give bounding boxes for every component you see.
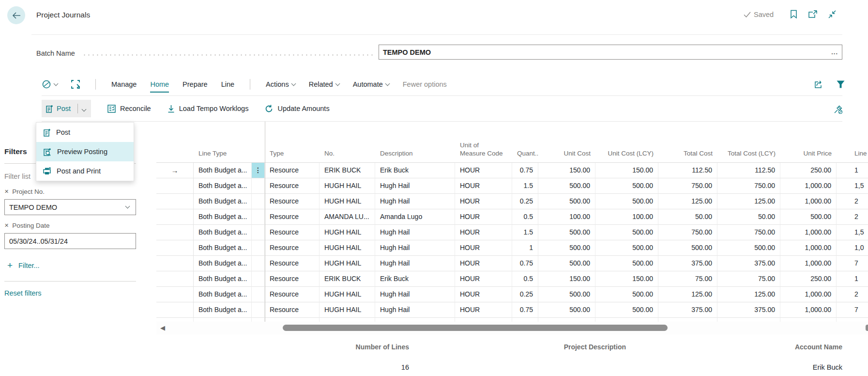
cell-unit_cost[interactable]: 500.00 (538, 256, 595, 271)
cell-uom[interactable]: HOUR (455, 302, 512, 318)
cell-line_type[interactable]: Both Budget a... (194, 240, 252, 256)
cell-type[interactable]: Resource (265, 225, 320, 240)
cell-description[interactable]: Hugh Hail (375, 240, 455, 256)
cell-type[interactable]: Resource (265, 240, 320, 256)
cell-line_amount[interactable]: 1 (837, 163, 868, 178)
filter-icon[interactable] (837, 80, 845, 88)
cell-unit_cost_lcy[interactable]: 500.00 (595, 256, 658, 271)
cell-uom[interactable]: HOUR (455, 163, 512, 178)
cell-qty[interactable]: 0.75 (512, 302, 538, 318)
menu-item-post-and-print[interactable]: Post and Print (36, 161, 134, 181)
cell-uom[interactable]: HOUR (455, 256, 512, 271)
cell-uom[interactable]: HOUR (455, 209, 512, 225)
row-menu-icon[interactable] (252, 225, 265, 240)
row-menu-icon[interactable] (252, 287, 265, 302)
cell-line_amount[interactable]: 2 (837, 194, 868, 209)
cell-total_cost[interactable]: 500.00 (658, 240, 717, 256)
column-header-unit_cost[interactable]: Unit Cost (538, 122, 595, 162)
cell-unit_cost_lcy[interactable]: 150.00 (595, 271, 658, 287)
row-menu-icon[interactable] (252, 209, 265, 225)
cell-unit_cost[interactable]: 500.00 (538, 240, 595, 256)
row-select-cell[interactable] (156, 240, 194, 256)
column-header-qty[interactable]: Quant... (512, 122, 538, 162)
cell-line_type[interactable]: Both Budget a... (194, 225, 252, 240)
cell-qty[interactable]: 0.5 (512, 209, 538, 225)
cell-total_cost[interactable]: 375.00 (658, 256, 717, 271)
cell-total_cost_lcy[interactable]: 50.00 (717, 209, 780, 225)
cell-total_cost_lcy[interactable]: 112.50 (717, 163, 780, 178)
cell-description[interactable]: Hugh Hail (375, 287, 455, 302)
cell-no[interactable]: HUGH HAIL (320, 194, 375, 209)
cell-unit_cost_lcy[interactable]: 150.00 (595, 163, 658, 178)
post-button[interactable]: Post (42, 100, 91, 117)
cell-uom[interactable]: HOUR (455, 178, 512, 194)
cell-uom[interactable]: HOUR (455, 287, 512, 302)
menu-related[interactable]: Related (309, 80, 339, 88)
cell-total_cost[interactable]: 112.50 (658, 163, 717, 178)
cell-total_cost[interactable]: 50.00 (658, 209, 717, 225)
cell-line_amount[interactable]: 2 (837, 287, 868, 302)
menu-line[interactable]: Line (221, 80, 234, 88)
cell-unit_price[interactable]: 250.00 (780, 271, 837, 287)
design-mode-button[interactable] (71, 80, 80, 89)
cell-type[interactable]: Resource (265, 194, 320, 209)
menu-automate[interactable]: Automate (353, 80, 389, 88)
cell-line_type[interactable]: Both Budget a... (194, 178, 252, 194)
back-button[interactable] (7, 6, 25, 24)
menu-actions[interactable]: Actions (266, 80, 295, 88)
share-icon[interactable] (814, 80, 824, 89)
cell-no[interactable]: AMANDA LU... (320, 209, 375, 225)
batch-name-input[interactable]: TEMPO DEMO ... (379, 45, 842, 60)
cell-line_amount[interactable]: 1,5 (837, 225, 868, 240)
cell-line_amount[interactable]: 7 (837, 256, 868, 271)
row-select-cell[interactable] (156, 209, 194, 225)
cell-line_amount[interactable]: 1,5 (837, 178, 868, 194)
cell-total_cost[interactable]: 125.00 (658, 287, 717, 302)
cell-description[interactable]: Erik Buck (375, 163, 455, 178)
row-select-cell[interactable] (156, 256, 194, 271)
column-header-uom[interactable]: Unit of Measure Code (455, 122, 512, 162)
reset-filters-link[interactable]: Reset filters (4, 289, 42, 297)
cell-type[interactable]: Resource (265, 271, 320, 287)
cell-type[interactable]: Resource (265, 287, 320, 302)
cell-total_cost_lcy[interactable]: 500.00 (717, 240, 780, 256)
cell-no[interactable]: ERIK BUCK (320, 163, 375, 178)
posting-date-filter-input[interactable]: 05/30/24..05/31/24 (4, 233, 136, 249)
cell-description[interactable]: Hugh Hail (375, 256, 455, 271)
cell-line_amount[interactable]: 7 (837, 302, 868, 318)
switch-view-button[interactable] (42, 79, 58, 89)
menu-manage[interactable]: Manage (111, 80, 137, 88)
cell-no[interactable]: ERIK BUCK (320, 271, 375, 287)
collapse-icon[interactable] (828, 10, 837, 18)
unpin-icon[interactable] (834, 105, 843, 114)
cell-qty[interactable]: 1.5 (512, 178, 538, 194)
cell-total_cost[interactable]: 125.00 (658, 194, 717, 209)
cell-total_cost[interactable]: 750.00 (658, 178, 717, 194)
column-header-total_cost_lcy[interactable]: Total Cost (LCY) (717, 122, 780, 162)
update-amounts-button[interactable]: Update Amounts (265, 105, 329, 113)
cell-total_cost_lcy[interactable]: 75.00 (717, 271, 780, 287)
cell-total_cost_lcy[interactable]: 375.00 (717, 256, 780, 271)
row-select-cell[interactable] (156, 178, 194, 194)
column-header-line_amount[interactable]: Line A (837, 122, 868, 162)
cell-qty[interactable]: 0.75 (512, 256, 538, 271)
cell-description[interactable]: Erik Buck (375, 271, 455, 287)
cell-no[interactable]: HUGH HAIL (320, 225, 375, 240)
cell-total_cost_lcy[interactable]: 125.00 (717, 287, 780, 302)
cell-total_cost[interactable]: 750.00 (658, 225, 717, 240)
cell-no[interactable]: HUGH HAIL (320, 302, 375, 318)
cell-unit_cost[interactable]: 500.00 (538, 225, 595, 240)
cell-unit_cost[interactable]: 100.00 (538, 209, 595, 225)
cell-unit_cost[interactable]: 150.00 (538, 271, 595, 287)
row-menu-icon[interactable] (252, 271, 265, 287)
cell-line_amount[interactable]: 1,0 (837, 240, 868, 256)
column-header-description[interactable]: Description (375, 122, 455, 162)
row-select-cell[interactable] (156, 271, 194, 287)
row-select-cell[interactable] (156, 225, 194, 240)
cell-qty[interactable]: 1.5 (512, 225, 538, 240)
batch-assist-edit-button[interactable]: ... (831, 50, 838, 55)
add-filter-button[interactable]: + Filter... (7, 262, 40, 269)
cell-unit_cost[interactable]: 150.00 (538, 163, 595, 178)
cell-unit_cost_lcy[interactable]: 500.00 (595, 287, 658, 302)
cell-type[interactable]: Resource (265, 302, 320, 318)
